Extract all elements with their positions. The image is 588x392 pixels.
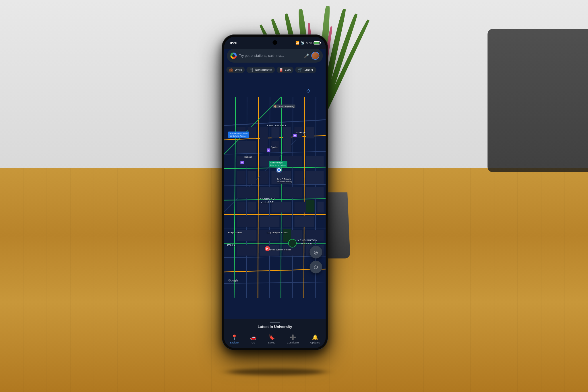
label-kensington: KENSINGTONMARKET — [297, 239, 318, 246]
svg-rect-45 — [306, 187, 324, 198]
svg-rect-65 — [306, 200, 314, 213]
chip-restaurants[interactable]: 🍴 Restaurants — [247, 67, 275, 73]
svg-rect-40 — [294, 171, 303, 184]
svg-rect-42 — [237, 187, 256, 198]
home-icon: 🏠 — [274, 105, 277, 108]
svg-rect-25 — [237, 141, 256, 153]
svg-rect-36 — [237, 171, 245, 184]
svg-rect-51 — [317, 202, 324, 213]
search-bar[interactable]: Try petrol stations, cash ma... 🎤 — [227, 49, 323, 63]
label-bathurst-metro: Bathurst — [244, 156, 252, 158]
saved-icon: 🔖 — [268, 334, 275, 341]
pin-bathurst-centre[interactable]: 918 Bathurst Centrefor Culture, Arts,... — [228, 132, 249, 138]
google-logo-icon — [230, 53, 237, 59]
chip-work[interactable]: 💼 Work — [226, 67, 245, 73]
svg-rect-54 — [283, 216, 291, 227]
layers-icon[interactable]: ◇ — [306, 88, 310, 94]
label-stgeorge-metro: St George — [296, 132, 305, 134]
contribute-icon: ➕ — [290, 334, 296, 341]
label-spadina-metro: Spadina — [271, 146, 278, 148]
nav-explore[interactable]: 📍 Explore — [230, 334, 239, 344]
nav-contribute[interactable]: ➕ Contribute — [287, 334, 299, 344]
svg-rect-60 — [237, 245, 256, 256]
bottom-nav: 📍 Explore 🚗 Go 🔖 Saved ➕ Contribute — [224, 330, 326, 348]
chair-background — [488, 29, 588, 172]
user-avatar[interactable] — [311, 52, 319, 60]
label-hospital: Toronto Western Hospital — [269, 249, 291, 251]
grocer-icon: 🛒 — [298, 68, 302, 72]
svg-rect-53 — [260, 216, 279, 227]
svg-rect-44 — [283, 187, 302, 198]
svg-rect-52 — [237, 216, 256, 227]
svg-rect-41 — [306, 171, 324, 184]
battery-percent: 89% — [306, 41, 312, 45]
explore-icon: 📍 — [231, 334, 237, 341]
chip-grocer[interactable]: 🛒 Grocer — [295, 67, 316, 73]
metro-stgeorge[interactable]: M — [293, 134, 297, 137]
svg-rect-31 — [306, 127, 314, 138]
label-annex: THE ANNEX — [267, 124, 287, 127]
home-label: Yaseen Ali (Home) — [277, 105, 294, 107]
chip-restaurants-label: Restaurants — [255, 68, 272, 72]
label-ozzys: Ozzy's Burgers Toronto — [267, 231, 287, 233]
nav-go[interactable]: 🚗 Go — [250, 334, 256, 344]
google-watermark: Google — [228, 279, 238, 282]
bottom-sheet-title: Latest in University — [224, 325, 326, 329]
svg-rect-47 — [247, 202, 256, 213]
svg-rect-43 — [260, 187, 279, 198]
svg-rect-64 — [283, 229, 291, 242]
nav-explore-label: Explore — [230, 341, 239, 344]
nav-updates[interactable]: 🔔 Updates — [310, 334, 320, 344]
svg-point-66 — [288, 239, 296, 247]
search-input[interactable]: Try petrol stations, cash ma... — [239, 54, 302, 58]
updates-icon: 🔔 — [312, 334, 318, 341]
nav-saved[interactable]: 🔖 Saved — [268, 334, 275, 344]
label-robarts: John P. RobartsResearch Library — [277, 178, 292, 183]
svg-rect-35 — [306, 156, 324, 167]
category-chips: 💼 Work 🍴 Restaurants ⛽ Gas 🛒 Grocer — [224, 64, 326, 75]
nav-saved-label: Saved — [268, 341, 275, 344]
chip-work-label: Work — [235, 68, 242, 72]
svg-rect-37 — [247, 171, 256, 184]
phone: 0:20 📶 📡 89% Try petrol stations, cash m… — [222, 34, 328, 373]
pin-culture-days[interactable]: Culture Days /Fête de la culture — [269, 161, 287, 167]
phone-body: 0:20 📶 📡 89% Try petrol stations, cash m… — [222, 34, 328, 350]
front-camera — [272, 40, 277, 45]
work-icon: 💼 — [229, 68, 233, 72]
bottom-sheet[interactable]: Latest in University 📍 Explore 🚗 Go 🔖 Sa… — [224, 319, 326, 348]
chip-gas[interactable]: ⛽ Gas — [276, 67, 293, 73]
bottom-sheet-handle — [270, 322, 280, 323]
go-icon: 🚗 — [250, 334, 256, 341]
status-time: 0:20 — [230, 41, 237, 45]
status-icons: 📶 📡 89% — [295, 41, 320, 45]
gas-icon: ⛽ — [279, 68, 284, 72]
phone-screen[interactable]: 0:20 📶 📡 89% Try petrol stations, cash m… — [224, 37, 326, 348]
user-location — [277, 168, 281, 172]
label-harbord: HARBORDVILLAGE — [260, 197, 275, 204]
metro-spadina[interactable]: M — [267, 148, 270, 152]
home-marker: 🏠 Yaseen Ali (Home) — [273, 105, 295, 108]
label-italy: ITALY — [227, 244, 236, 247]
svg-rect-46 — [237, 202, 245, 213]
svg-rect-55 — [294, 216, 314, 227]
navigate-fab[interactable]: ⬡ — [310, 261, 322, 273]
compass-fab[interactable]: ◎ — [310, 246, 322, 258]
wifi-icon: 📡 — [301, 41, 304, 45]
chip-gas-label: Gas — [285, 68, 291, 72]
mic-icon[interactable]: 🎤 — [304, 53, 309, 58]
svg-rect-38 — [260, 171, 268, 184]
nav-updates-label: Updates — [310, 341, 320, 344]
map-area[interactable]: THE ANNEX HARBORDVILLAGE KENSINGTONMARKE… — [224, 75, 326, 319]
chip-grocer-label: Grocer — [303, 68, 313, 72]
battery-icon — [314, 41, 320, 45]
metro-bathurst[interactable]: M — [240, 161, 244, 164]
restaurants-icon: 🍴 — [249, 68, 254, 72]
svg-rect-27 — [271, 127, 279, 138]
signal-icon: 📶 — [295, 41, 299, 45]
label-pinkys: Pinky's Ca Phe — [228, 231, 242, 233]
svg-rect-29 — [283, 127, 291, 152]
nav-contribute-label: Contribute — [287, 341, 299, 344]
nav-go-label: Go — [252, 341, 255, 344]
